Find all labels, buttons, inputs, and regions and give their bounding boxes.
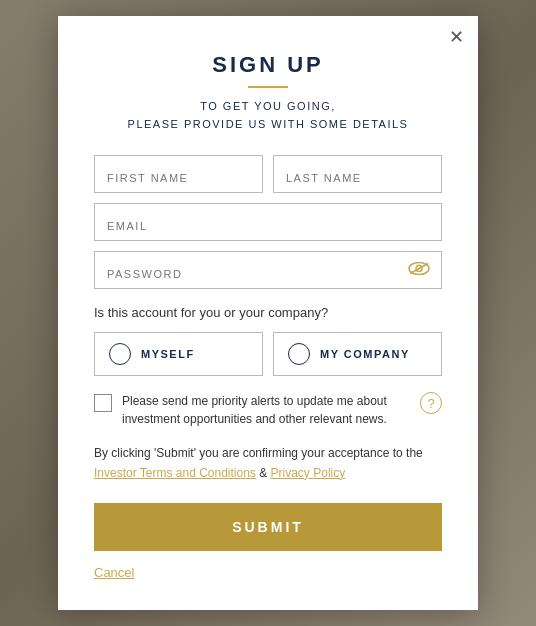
last-name-input[interactable] [273,155,442,193]
password-wrapper [94,251,442,289]
password-input[interactable] [94,251,442,289]
modal-subtitle: TO GET YOU GOING, PLEASE PROVIDE US WITH… [94,98,442,133]
email-row [94,203,442,241]
myself-radio[interactable] [109,343,131,365]
signup-modal: ✕ SIGN UP TO GET YOU GOING, PLEASE PROVI… [58,16,478,610]
terms-link[interactable]: Investor Terms and Conditions [94,466,256,480]
company-label: MY COMPANY [320,348,410,360]
email-input[interactable] [94,203,442,241]
alerts-checkbox[interactable] [94,394,112,412]
cancel-button[interactable]: Cancel [94,565,134,580]
company-radio[interactable] [288,343,310,365]
submit-button[interactable]: SUBMIT [94,503,442,551]
last-name-field [273,155,442,193]
alerts-text: Please send me priority alerts to update… [122,392,410,428]
title-divider [248,86,288,88]
toggle-password-icon[interactable] [408,260,430,281]
myself-option[interactable]: MYSELF [94,332,263,376]
alerts-row: Please send me priority alerts to update… [94,392,442,428]
myself-label: MYSELF [141,348,195,360]
name-row [94,155,442,193]
close-button[interactable]: ✕ [449,28,464,46]
first-name-field [94,155,263,193]
account-question: Is this account for you or your company? [94,305,442,320]
modal-title: SIGN UP [94,52,442,78]
company-option[interactable]: MY COMPANY [273,332,442,376]
privacy-link[interactable]: Privacy Policy [271,466,346,480]
email-field [94,203,442,241]
account-type-row: MYSELF MY COMPANY [94,332,442,376]
first-name-input[interactable] [94,155,263,193]
info-icon[interactable]: ? [420,392,442,414]
terms-text: By clicking 'Submit' you are confirming … [94,444,442,482]
